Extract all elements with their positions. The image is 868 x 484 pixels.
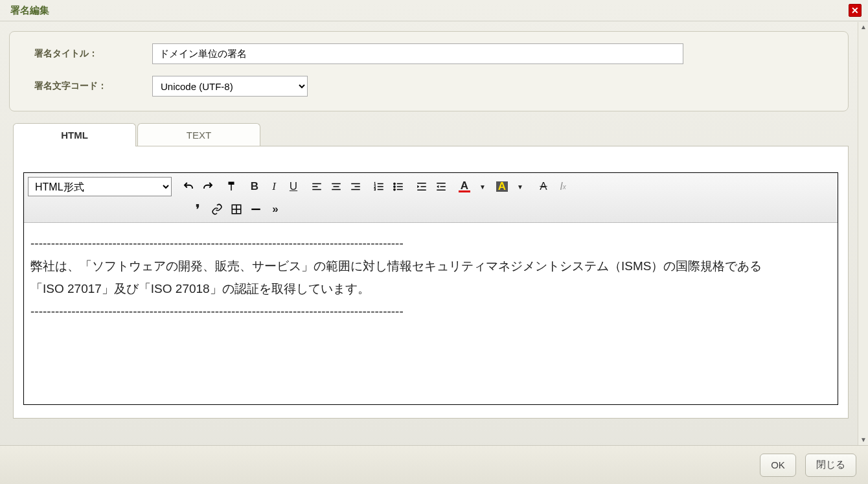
- align-right-icon[interactable]: [347, 178, 365, 196]
- settings-panel: 署名タイトル： 署名文字コード： Unicode (UTF-8): [9, 31, 849, 111]
- tab-html[interactable]: HTML: [13, 123, 136, 146]
- tab-text[interactable]: TEXT: [137, 123, 260, 146]
- clear-format-icon[interactable]: Ix: [554, 178, 572, 196]
- more-icon[interactable]: »: [266, 200, 284, 218]
- format-painter-icon[interactable]: [222, 178, 240, 196]
- svg-point-17: [394, 183, 395, 184]
- svg-text:3: 3: [374, 188, 376, 191]
- svg-marker-26: [417, 185, 419, 189]
- close-icon[interactable]: ✕: [849, 4, 862, 17]
- link-icon[interactable]: [208, 200, 226, 218]
- text-color-icon[interactable]: A: [455, 178, 474, 196]
- font-icon[interactable]: A: [534, 178, 553, 196]
- editor-panel: HTML形式 B I U 123 A ▼: [13, 146, 849, 419]
- bold-icon[interactable]: B: [246, 178, 264, 196]
- text-color-dropdown-icon[interactable]: ▼: [474, 178, 492, 196]
- dialog-footer: OK 閉じる: [0, 445, 868, 484]
- align-left-icon[interactable]: [308, 178, 326, 196]
- indent-increase-icon[interactable]: [413, 178, 431, 196]
- hr-icon[interactable]: [247, 200, 265, 218]
- redo-icon[interactable]: [199, 178, 217, 196]
- align-center-icon[interactable]: [327, 178, 345, 196]
- quote-icon[interactable]: ❜: [188, 200, 207, 218]
- content-area: 署名タイトル： 署名文字コード： Unicode (UTF-8) HTML TE…: [0, 22, 858, 439]
- editor-toolbar: HTML形式 B I U 123 A ▼: [24, 173, 838, 223]
- charset-select[interactable]: Unicode (UTF-8): [152, 76, 308, 97]
- svg-rect-1: [231, 185, 232, 190]
- signature-title-label: 署名タイトル：: [34, 48, 152, 60]
- scrollbar[interactable]: ▲ ▼: [858, 22, 868, 445]
- highlight-color-dropdown-icon[interactable]: ▼: [511, 178, 529, 196]
- format-select[interactable]: HTML形式: [28, 177, 172, 196]
- indent-decrease-icon[interactable]: [432, 178, 450, 196]
- undo-icon[interactable]: [179, 178, 198, 196]
- signature-title-input[interactable]: [152, 43, 683, 64]
- unordered-list-icon[interactable]: [389, 178, 407, 196]
- underline-icon[interactable]: U: [284, 178, 303, 196]
- dialog-title: 署名編集: [10, 5, 49, 17]
- italic-icon[interactable]: I: [265, 178, 283, 196]
- svg-rect-0: [229, 182, 234, 185]
- highlight-color-icon[interactable]: A: [493, 178, 511, 196]
- ok-button[interactable]: OK: [760, 454, 796, 477]
- charset-label: 署名文字コード：: [34, 80, 152, 92]
- signature-editor[interactable]: ----------------------------------------…: [24, 223, 838, 404]
- ordered-list-icon[interactable]: 123: [370, 178, 388, 196]
- svg-point-21: [394, 189, 395, 190]
- close-button[interactable]: 閉じる: [805, 454, 856, 477]
- scroll-up-icon[interactable]: ▲: [858, 22, 868, 32]
- svg-point-19: [394, 186, 395, 187]
- table-icon[interactable]: [227, 200, 246, 218]
- svg-marker-30: [437, 185, 439, 189]
- scroll-down-icon[interactable]: ▼: [858, 435, 868, 445]
